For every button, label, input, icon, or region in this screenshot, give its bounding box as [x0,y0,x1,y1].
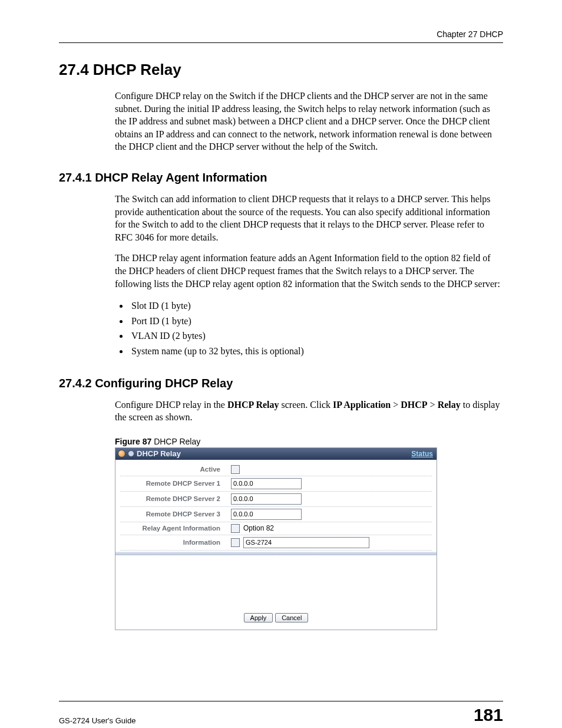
apply-button[interactable]: Apply [244,613,273,622]
status-link[interactable]: Status [411,450,433,458]
button-row: Apply Cancel [120,608,432,628]
panel-body: Active Remote DHCP Server 1 Remote DHCP … [115,460,437,630]
option82-checkbox[interactable] [231,524,240,533]
information-checkbox[interactable] [231,538,240,547]
list-item: Port ID (1 byte) [129,314,503,329]
option82-list: Slot ID (1 byte) Port ID (1 byte) VLAN I… [115,298,503,358]
option82-label: Option 82 [243,524,274,532]
row-server2: Remote DHCP Server 2 [120,492,432,507]
text: Configure DHCP relay in the [115,400,227,410]
dhcp-relay-screenshot: DHCP Relay Status Active Remote DHCP Ser… [115,447,437,630]
text: > [391,400,401,410]
information-input[interactable] [243,537,369,548]
list-item: Slot ID (1 byte) [129,298,503,314]
server3-input[interactable] [231,509,302,520]
sub1-paragraph-1: The Switch can add information to client… [115,193,503,243]
label-active: Active [120,466,231,473]
text: > [428,400,438,410]
sub2-paragraph: Configure DHCP relay in the DHCP Relay s… [115,398,503,424]
label-information: Information [120,539,231,546]
row-server1: Remote DHCP Server 1 [120,476,432,492]
figure-title: DHCP Relay [151,437,200,446]
row-relay-agent-info: Relay Agent Information Option 82 [120,522,432,535]
label-rai: Relay Agent Information [120,525,231,532]
footer-rule [59,701,503,701]
label-server1: Remote DHCP Server 1 [120,480,231,487]
label-server2: Remote DHCP Server 2 [120,495,231,502]
bold-term: Relay [438,400,461,410]
row-active: Active [120,463,432,476]
figure-caption: Figure 87 DHCP Relay [115,437,503,446]
label-server3: Remote DHCP Server 3 [120,510,231,518]
panel-titlebar: DHCP Relay Status [115,448,437,460]
panel-spacer [120,555,432,608]
section-heading: 27.4 DHCP Relay [59,61,503,79]
bold-term: IP Application [333,400,391,410]
bold-term: DHCP [401,400,427,410]
subsection-27-4-1: 27.4.1 DHCP Relay Agent Information [59,171,503,185]
subsection-27-4-2: 27.4.2 Configuring DHCP Relay [59,377,503,390]
footer-guide-name: GS-2724 User's Guide [59,716,135,725]
server1-input[interactable] [231,478,302,489]
bold-term: DHCP Relay [227,400,279,410]
page-footer: GS-2724 User's Guide 181 [59,705,503,725]
row-server3: Remote DHCP Server 3 [120,507,432,522]
list-item: System name (up to 32 bytes, this is opt… [129,344,503,359]
panel-title: DHCP Relay [137,449,181,458]
cancel-button[interactable]: Cancel [275,613,308,622]
section-intro: Configure DHCP relay on the Switch if th… [115,90,503,153]
figure-label: Figure 87 [115,437,151,446]
text: screen. Click [279,400,333,410]
list-item: VLAN ID (2 bytes) [129,328,503,344]
header-rule [59,42,503,43]
server2-input[interactable] [231,493,302,505]
sub1-paragraph-2: The DHCP relay agent information feature… [115,252,503,290]
titlebar-dot-icon [128,450,134,457]
row-information: Information [120,535,432,551]
active-checkbox[interactable] [231,465,240,474]
titlebar-dot-icon [118,450,125,457]
page-number: 181 [474,705,503,725]
chapter-header: Chapter 27 DHCP [59,29,503,39]
